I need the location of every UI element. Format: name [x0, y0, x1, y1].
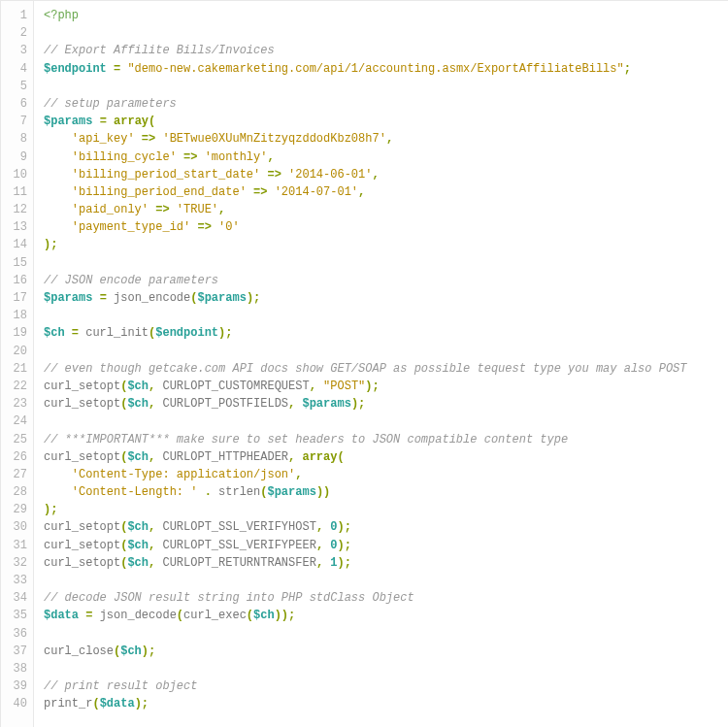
code-line[interactable]: curl_setopt($ch, CURLOPT_CUSTOMREQUEST, … — [44, 378, 728, 395]
code-line[interactable] — [44, 78, 728, 95]
code-line[interactable]: // even though getcake.com API docs show… — [44, 360, 728, 378]
code-line[interactable]: $data = json_decode(curl_exec($ch)); — [44, 607, 728, 624]
line-number: 5 — [1, 78, 27, 95]
code-line[interactable]: curl_close($ch); — [44, 643, 728, 660]
token: )) — [316, 485, 330, 499]
code-line[interactable]: // ***IMPORTANT*** make sure to set head… — [44, 431, 728, 448]
token: $data — [44, 609, 79, 622]
line-number: 31 — [1, 537, 27, 554]
token: , — [316, 539, 323, 552]
token: => — [183, 150, 197, 164]
token: $params — [44, 291, 92, 305]
token: 'monthly' — [205, 150, 268, 164]
code-line[interactable]: 'paid_only' => 'TRUE', — [44, 201, 728, 218]
code-line[interactable]: // print result object — [44, 677, 728, 695]
token — [281, 168, 288, 182]
code-line[interactable] — [44, 343, 728, 360]
token: 'paid_only' — [72, 203, 149, 216]
code-line[interactable]: 'billing_cycle' => 'monthly', — [44, 149, 728, 166]
token: // print result object — [44, 679, 197, 693]
line-number: 18 — [1, 307, 27, 324]
line-number: 1 — [1, 7, 27, 24]
token — [135, 132, 142, 146]
token: strlen — [218, 485, 260, 499]
code-line[interactable]: curl_setopt($ch, CURLOPT_SSL_VERIFYHOST,… — [44, 518, 728, 536]
code-line[interactable]: 'billing_period_end_date' => '2014-07-01… — [44, 183, 728, 201]
code-line[interactable]: 'Content-Type: application/json', — [44, 466, 728, 483]
code-area[interactable]: <?php // Export Affilite Bills/Invoices$… — [34, 1, 728, 727]
code-line[interactable]: 'Content-Length: ' . strlen($params)) — [44, 483, 728, 501]
code-line[interactable]: curl_setopt($ch, CURLOPT_RETURNTRANSFER,… — [44, 554, 728, 572]
code-line[interactable]: $endpoint = "demo-new.cakemarketing.com/… — [44, 60, 728, 78]
token: <?php — [44, 9, 79, 22]
line-number: 32 — [1, 554, 27, 572]
line-number: 40 — [1, 695, 27, 712]
code-line[interactable]: print_r($data); — [44, 695, 728, 712]
code-line[interactable]: $ch = curl_init($endpoint); — [44, 324, 728, 342]
token: )); — [275, 609, 296, 622]
code-line[interactable]: 'api_key' => 'BETwue0XUuMnZitzyqzddodKbz… — [44, 130, 728, 148]
line-number: 23 — [1, 395, 27, 413]
code-line[interactable]: $params = array( — [44, 113, 728, 130]
code-line[interactable] — [44, 660, 728, 677]
token: ); — [44, 503, 57, 516]
line-number: 20 — [1, 343, 27, 360]
token — [92, 291, 99, 305]
code-line[interactable] — [44, 254, 728, 272]
code-line[interactable]: $params = json_encode($params); — [44, 289, 728, 307]
code-line[interactable] — [44, 413, 728, 430]
token — [247, 185, 253, 199]
token: = — [72, 326, 79, 340]
code-line[interactable]: 'payment_type_id' => '0' — [44, 218, 728, 236]
token: CURLOPT_SSL_VERIFYPEER — [162, 539, 315, 552]
line-number: 2 — [1, 24, 27, 42]
token: $ch — [127, 556, 149, 570]
token: => — [142, 132, 155, 146]
code-line[interactable]: ); — [44, 501, 728, 518]
token: = — [100, 115, 107, 128]
line-number: 35 — [1, 607, 27, 624]
token — [316, 380, 323, 393]
line-number: 25 — [1, 431, 27, 448]
token: 'BETwue0XUuMnZitzyqzddodKbz08h7' — [162, 132, 385, 146]
code-line[interactable]: <?php — [44, 7, 728, 24]
token: // ***IMPORTANT*** make sure to set head… — [44, 433, 568, 446]
token — [44, 203, 72, 216]
line-number: 10 — [1, 166, 27, 183]
token: 'billing_period_start_date' — [72, 168, 260, 182]
code-line[interactable]: ); — [44, 236, 728, 253]
line-number: 16 — [1, 272, 27, 289]
code-line[interactable] — [44, 572, 728, 589]
token: json_encode — [114, 291, 190, 305]
line-number: 13 — [1, 218, 27, 236]
token: curl_close — [44, 644, 114, 658]
line-number: 21 — [1, 360, 27, 378]
token: , — [316, 520, 323, 534]
code-line[interactable]: curl_setopt($ch, CURLOPT_HTTPHEADER, arr… — [44, 448, 728, 466]
code-line[interactable] — [44, 625, 728, 643]
line-number: 28 — [1, 483, 27, 501]
token — [92, 115, 99, 128]
code-line[interactable]: // setup parameters — [44, 95, 728, 113]
code-line[interactable] — [44, 24, 728, 42]
code-line[interactable]: // JSON encode parameters — [44, 272, 728, 289]
token: ); — [337, 556, 350, 570]
token: curl_setopt — [44, 556, 120, 570]
line-number: 17 — [1, 289, 27, 307]
code-line[interactable]: curl_setopt($ch, CURLOPT_SSL_VERIFYPEER,… — [44, 537, 728, 554]
token: $params — [267, 485, 315, 499]
token: $params — [302, 397, 350, 411]
token — [107, 291, 114, 305]
code-line[interactable]: // decode JSON result string into PHP st… — [44, 589, 728, 607]
line-number: 15 — [1, 254, 27, 272]
token: $ch — [127, 539, 149, 552]
token — [92, 609, 99, 622]
code-line[interactable]: curl_setopt($ch, CURLOPT_POSTFIELDS, $pa… — [44, 395, 728, 413]
code-line[interactable]: // Export Affilite Bills/Invoices — [44, 42, 728, 59]
code-line[interactable]: 'billing_period_start_date' => '2014-06-… — [44, 166, 728, 183]
token: '2014-07-01' — [275, 185, 358, 199]
code-line[interactable] — [44, 307, 728, 324]
token: ); — [135, 697, 149, 710]
line-number: 8 — [1, 130, 27, 148]
line-number-gutter: 1234567891011121314151617181920212223242… — [1, 1, 34, 727]
